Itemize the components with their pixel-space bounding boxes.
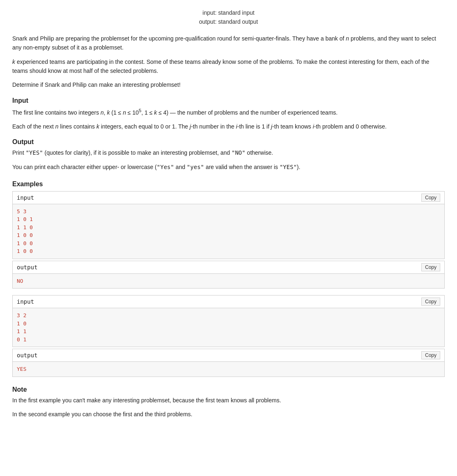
example2-output-content: YES [13, 362, 444, 377]
note-paragraph-1: In the first example you can't make any … [12, 396, 445, 405]
note-title: Note [12, 386, 445, 393]
examples-title: Examples [12, 180, 445, 188]
example1-input-block: input Copy 5 3 1 0 1 1 1 0 1 0 0 1 0 0 1… [12, 191, 445, 259]
example2-input-label: input [17, 298, 34, 305]
header: input: standard input output: standard o… [12, 8, 445, 27]
example1-input-label-row: input Copy [13, 192, 444, 204]
example1-input-content: 5 3 1 0 1 1 1 0 1 0 0 1 0 0 1 0 0 [13, 204, 444, 259]
example2-input-copy-button[interactable]: Copy [421, 298, 440, 306]
example1-output-label-row: output Copy [13, 261, 444, 274]
header-line2: output: standard output [12, 17, 445, 26]
example1-output-copy-button[interactable]: Copy [421, 263, 440, 271]
input-section-title: Input [12, 97, 445, 104]
example2-output-label: output [17, 352, 38, 359]
example2-output-block: output Copy YES [12, 349, 445, 377]
output-paragraph-2: You can print each character either uppe… [12, 162, 445, 171]
paragraph-2: k experienced teams are participating in… [12, 57, 445, 76]
example1-output-label: output [17, 264, 38, 271]
input-paragraph-2: Each of the next n lines contains k inte… [12, 122, 445, 131]
example2-input-label-row: input Copy [13, 296, 444, 308]
example1-output-block: output Copy NO [12, 261, 445, 289]
header-line1: input: standard input [12, 8, 445, 17]
output-section-title: Output [12, 138, 445, 146]
example2-output-copy-button[interactable]: Copy [421, 351, 440, 359]
example1-input-label: input [17, 194, 34, 201]
example2-output-label-row: output Copy [13, 349, 444, 362]
paragraph-3: Determine if Snark and Philip can make a… [12, 80, 445, 89]
example2-input-block: input Copy 3 2 1 0 1 1 0 1 [12, 295, 445, 347]
paragraph-1: Snark and Philip are preparing the probl… [12, 34, 445, 52]
input-paragraph-1: The first line contains two integers n, … [12, 107, 445, 117]
note-paragraph-2: In the second example you can choose the… [12, 410, 445, 419]
example1-output-content: NO [13, 274, 444, 289]
example2-input-content: 3 2 1 0 1 1 0 1 [13, 308, 444, 347]
output-paragraph-1: Print "YES" (quotes for clarity), if it … [12, 148, 445, 157]
example1-input-copy-button[interactable]: Copy [421, 194, 440, 202]
